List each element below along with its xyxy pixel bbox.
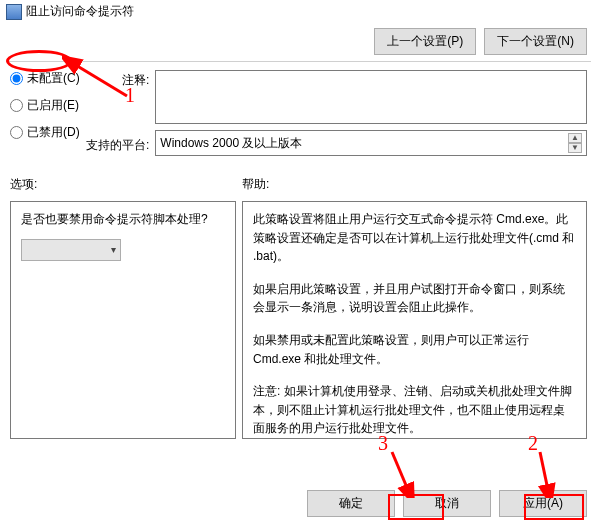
radio-enabled-input[interactable]: [10, 99, 23, 112]
chevron-down-icon: ▾: [111, 242, 116, 258]
policy-icon: [6, 4, 22, 20]
footer-buttons: 确定 取消 应用(A): [0, 480, 597, 527]
radio-disabled-label: 已禁用(D): [27, 124, 80, 141]
platform-spinner: ▲ ▼: [568, 133, 582, 153]
platform-box: Windows 2000 及以上版本 ▲ ▼: [155, 130, 587, 156]
radio-not-configured-label: 未配置(C): [27, 70, 80, 87]
help-p2: 如果启用此策略设置，并且用户试图打开命令窗口，则系统会显示一条消息，说明设置会阻…: [253, 280, 576, 317]
options-combo[interactable]: ▾: [21, 239, 121, 261]
next-setting-button[interactable]: 下一个设置(N): [484, 28, 587, 55]
title-bar: 阻止访问命令提示符: [0, 0, 597, 22]
radio-enabled-label: 已启用(E): [27, 97, 79, 114]
help-p3: 如果禁用或未配置此策略设置，则用户可以正常运行 Cmd.exe 和批处理文件。: [253, 331, 576, 368]
lower-panels: 是否也要禁用命令提示符脚本处理? ▾ 此策略设置将阻止用户运行交互式命令提示符 …: [0, 197, 597, 439]
options-label: 选项:: [10, 176, 242, 193]
ok-button[interactable]: 确定: [307, 490, 395, 517]
cancel-button[interactable]: 取消: [403, 490, 491, 517]
section-labels: 选项: 帮助:: [0, 162, 597, 197]
field-labels: 注释: 支持的平台:: [86, 70, 149, 156]
prev-setting-button[interactable]: 上一个设置(P): [374, 28, 476, 55]
fields-column: Windows 2000 及以上版本 ▲ ▼: [155, 70, 587, 156]
apply-button[interactable]: 应用(A): [499, 490, 587, 517]
radio-enabled[interactable]: 已启用(E): [10, 97, 80, 114]
options-panel: 是否也要禁用命令提示符脚本处理? ▾: [10, 201, 236, 439]
nav-row: 上一个设置(P) 下一个设置(N): [0, 22, 597, 61]
state-radio-group: 未配置(C) 已启用(E) 已禁用(D): [10, 70, 80, 156]
spin-up-icon[interactable]: ▲: [568, 133, 582, 143]
comment-textarea[interactable]: [155, 70, 587, 124]
help-panel: 此策略设置将阻止用户运行交互式命令提示符 Cmd.exe。此策略设置还确定是否可…: [242, 201, 587, 439]
help-p1: 此策略设置将阻止用户运行交互式命令提示符 Cmd.exe。此策略设置还确定是否可…: [253, 210, 576, 266]
radio-not-configured-input[interactable]: [10, 72, 23, 85]
window-title: 阻止访问命令提示符: [26, 3, 134, 20]
config-area: 未配置(C) 已启用(E) 已禁用(D) 注释: 支持的平台: Windows …: [0, 62, 597, 162]
radio-disabled[interactable]: 已禁用(D): [10, 124, 80, 141]
radio-disabled-input[interactable]: [10, 126, 23, 139]
platform-label: 支持的平台:: [86, 137, 149, 154]
help-p4: 注意: 如果计算机使用登录、注销、启动或关机批处理文件脚本，则不阻止计算机运行批…: [253, 382, 576, 438]
options-question: 是否也要禁用命令提示符脚本处理?: [21, 210, 225, 229]
radio-not-configured[interactable]: 未配置(C): [10, 70, 80, 87]
platform-value: Windows 2000 及以上版本: [160, 135, 302, 152]
comment-label: 注释:: [86, 72, 149, 89]
spin-down-icon[interactable]: ▼: [568, 143, 582, 153]
help-label: 帮助:: [242, 176, 269, 193]
